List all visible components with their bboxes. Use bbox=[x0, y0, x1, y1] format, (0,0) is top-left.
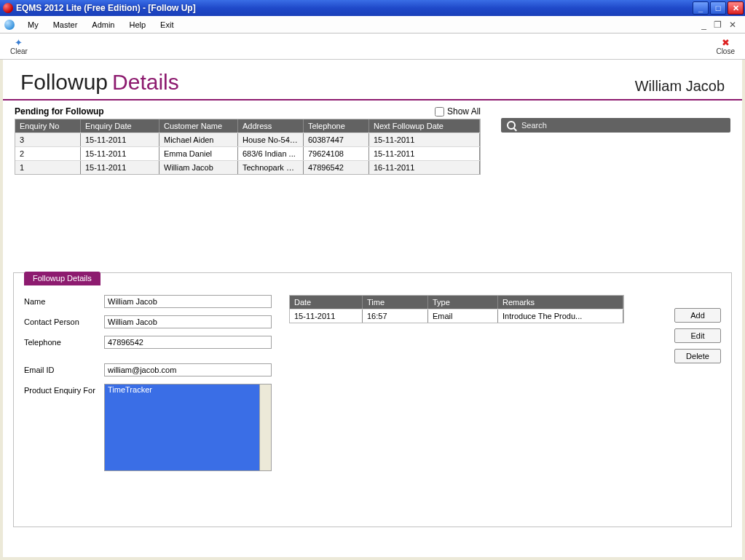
table-row[interactable]: 3 15-11-2011 Michael Aiden House No-548.… bbox=[15, 133, 480, 146]
label-name: Name bbox=[24, 295, 97, 306]
menu-help[interactable]: Help bbox=[122, 18, 153, 31]
label-telephone: Telephone bbox=[24, 336, 97, 347]
lcol-remarks[interactable]: Remarks bbox=[498, 296, 623, 309]
menu-exit[interactable]: Exit bbox=[153, 18, 181, 31]
window-minimize-button[interactable]: _ bbox=[693, 1, 709, 15]
listbox-scrollbar[interactable] bbox=[259, 384, 271, 470]
page: Followup Details William Jacob Pending f… bbox=[3, 60, 742, 557]
menubar: My Master Admin Help Exit _ ❐ ✕ bbox=[0, 16, 745, 33]
delete-button[interactable]: Delete bbox=[674, 349, 721, 363]
log-row[interactable]: 15-11-2011 16:57 Email Introduce The Pro… bbox=[290, 309, 623, 323]
app-icon bbox=[3, 3, 13, 13]
mdi-minimize-button[interactable]: _ bbox=[701, 20, 706, 30]
pending-grid-header: Enquiry No Enquiry Date Customer Name Ad… bbox=[15, 119, 480, 133]
lcol-time[interactable]: Time bbox=[363, 296, 428, 309]
mdi-close-button[interactable]: ✕ bbox=[729, 20, 736, 30]
globe-icon bbox=[4, 20, 15, 30]
close-button[interactable]: ✖ Close bbox=[712, 38, 739, 55]
lcol-date[interactable]: Date bbox=[290, 296, 363, 309]
col-telephone[interactable]: Telephone bbox=[304, 119, 369, 133]
heading-user: William Jacob bbox=[635, 78, 725, 95]
table-row[interactable]: 1 15-11-2011 William Jacob Technopark H.… bbox=[15, 160, 480, 174]
window-close-button[interactable]: ✕ bbox=[728, 1, 744, 15]
sparkle-icon: ✦ bbox=[15, 38, 23, 47]
search-input[interactable] bbox=[520, 120, 725, 130]
menu-master[interactable]: Master bbox=[46, 18, 85, 31]
log-grid-header: Date Time Type Remarks bbox=[290, 296, 623, 309]
col-customer[interactable]: Customer Name bbox=[159, 119, 238, 133]
pending-grid[interactable]: Enquiry No Enquiry Date Customer Name Ad… bbox=[15, 119, 481, 175]
label-email: Email ID bbox=[24, 363, 97, 374]
col-address[interactable]: Address bbox=[238, 119, 304, 133]
show-all-input[interactable] bbox=[435, 107, 444, 117]
close-label: Close bbox=[716, 47, 735, 55]
toolstrip: ✦ Clear ✖ Close bbox=[0, 33, 745, 60]
product-selected[interactable]: TimeTracker bbox=[105, 384, 259, 470]
search-box[interactable] bbox=[501, 118, 730, 133]
edit-button[interactable]: Edit bbox=[674, 328, 721, 343]
col-enquiry-no[interactable]: Enquiry No bbox=[15, 119, 81, 133]
menu-my[interactable]: My bbox=[20, 18, 46, 31]
form-column: Name Contact Person Telephone Email ID bbox=[24, 295, 272, 516]
table-row[interactable]: 2 15-11-2011 Emma Daniel 683/6 Indian ..… bbox=[15, 146, 480, 160]
details-tab[interactable]: Followup Details bbox=[24, 272, 100, 285]
window-maximize-button[interactable]: □ bbox=[710, 1, 726, 15]
close-icon: ✖ bbox=[722, 38, 730, 47]
heading-row: Followup Details William Jacob bbox=[3, 60, 742, 100]
col-next-date[interactable]: Next Followup Date bbox=[369, 119, 480, 133]
menu-admin[interactable]: Admin bbox=[84, 18, 122, 31]
clear-button[interactable]: ✦ Clear bbox=[6, 38, 32, 55]
clear-label: Clear bbox=[10, 47, 28, 55]
show-all-checkbox[interactable]: Show All bbox=[435, 106, 481, 117]
log-grid[interactable]: Date Time Type Remarks 15-11-2011 16:57 … bbox=[289, 295, 624, 323]
mdi-restore-button[interactable]: ❐ bbox=[714, 20, 722, 30]
name-field[interactable] bbox=[104, 295, 272, 308]
log-column: Date Time Type Remarks 15-11-2011 16:57 … bbox=[289, 295, 624, 516]
product-listbox[interactable]: TimeTracker bbox=[104, 384, 272, 471]
show-all-label: Show All bbox=[447, 106, 481, 117]
search-icon bbox=[507, 121, 516, 130]
pending-label: Pending for Followup bbox=[15, 106, 104, 117]
col-enquiry-date[interactable]: Enquiry Date bbox=[81, 119, 159, 133]
heading-accent: Details bbox=[112, 70, 179, 95]
email-field[interactable] bbox=[104, 363, 272, 376]
window-titlebar: EQMS 2012 Lite (Free Edition) - [Follow … bbox=[0, 0, 745, 16]
heading-main: Followup bbox=[20, 70, 108, 95]
add-button[interactable]: Add bbox=[674, 308, 721, 323]
window-title: EQMS 2012 Lite (Free Edition) - [Follow … bbox=[16, 3, 196, 13]
label-contact: Contact Person bbox=[24, 315, 97, 326]
buttons-column: Add Edit Delete bbox=[674, 295, 721, 516]
lcol-type[interactable]: Type bbox=[428, 296, 498, 309]
contact-field[interactable] bbox=[104, 315, 272, 328]
label-product: Product Enquiry For bbox=[24, 384, 97, 395]
followup-details-panel: Followup Details Name Contact Person Tel… bbox=[13, 272, 732, 527]
telephone-field[interactable] bbox=[104, 336, 272, 349]
